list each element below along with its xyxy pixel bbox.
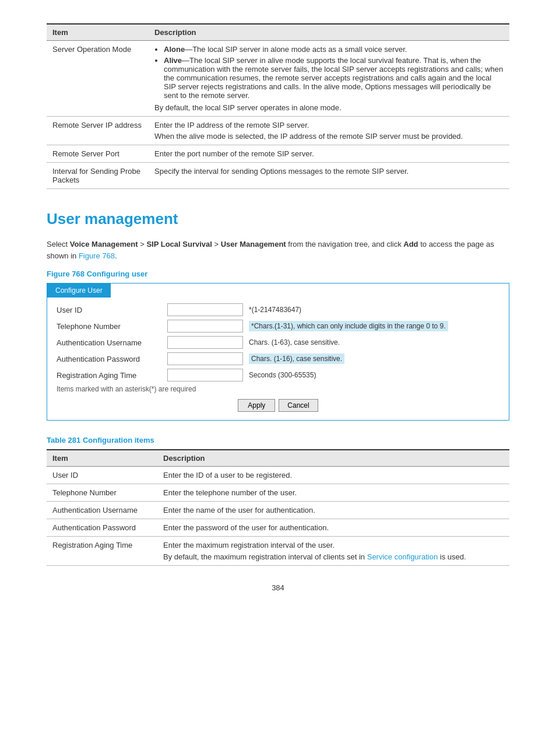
intro-paragraph: Select Voice Management > SIP Local Surv… [47, 239, 509, 261]
table281-col2-header: Description [157, 450, 509, 467]
table-row: Registration Aging Time Enter the maximu… [47, 537, 509, 566]
table-281-label: Table 281 Configuration items [47, 436, 509, 444]
telephone-number-row: Telephone Number *Chars.(1-31), which ca… [57, 320, 499, 332]
auth-username-hint: Chars. (1-63), case sensitive. [249, 338, 340, 346]
top-table-col1-header: Item [47, 24, 149, 41]
figure-label: Figure 768 Configuring user [47, 270, 509, 278]
configure-user-box: Configure User User ID *(1-2147483647) T… [47, 283, 509, 421]
page-number: 384 [47, 583, 509, 592]
table281-desc-3: Enter the name of the user for authentic… [157, 502, 509, 519]
table-row: Remote Server IP address Enter the IP ad… [47, 117, 509, 145]
auth-password-input[interactable] [167, 352, 243, 365]
figure-768-link[interactable]: Figure 768 [79, 251, 115, 260]
auth-password-row: Authentication Password Chars. (1-16), c… [57, 352, 499, 365]
section-heading: User management [47, 210, 509, 228]
top-table-desc-1: Alone—The local SIP server in alone mode… [149, 41, 509, 117]
table281-desc-4: Enter the password of the user for authe… [157, 519, 509, 537]
user-id-label: User ID [57, 306, 167, 314]
top-table-item-2: Remote Server IP address [47, 117, 149, 145]
auth-username-input[interactable] [167, 336, 243, 349]
table-row: Interval for Sending Probe Packets Speci… [47, 163, 509, 189]
table281-item-4: Authentication Password [47, 519, 157, 537]
top-table-col2-header: Description [149, 24, 509, 41]
table-row: Authentication Password Enter the passwo… [47, 519, 509, 537]
top-table-desc-3: Enter the port number of the remote SIP … [149, 145, 509, 163]
auth-username-row: Authentication Username Chars. (1-63), c… [57, 336, 499, 349]
table-row: Server Operation Mode Alone—The local SI… [47, 41, 509, 117]
table-row: Remote Server Port Enter the port number… [47, 145, 509, 163]
user-id-hint: *(1-2147483647) [249, 306, 301, 314]
table281-item-5: Registration Aging Time [47, 537, 157, 566]
table-row: Authentication Username Enter the name o… [47, 502, 509, 519]
table281-desc-2: Enter the telephone number of the user. [157, 484, 509, 502]
required-note: Items marked with an asterisk(*) are req… [57, 385, 499, 393]
reg-aging-label: Registration Aging Time [57, 371, 167, 380]
table-281: Item Description User ID Enter the ID of… [47, 449, 509, 566]
table-row: Telephone Number Enter the telephone num… [47, 484, 509, 502]
top-table-item-1: Server Operation Mode [47, 41, 149, 117]
table281-col1-header: Item [47, 450, 157, 467]
top-table-item-3: Remote Server Port [47, 145, 149, 163]
reg-aging-input[interactable] [167, 369, 243, 382]
table281-desc-5: Enter the maximum registration interval … [157, 537, 509, 566]
telephone-number-label: Telephone Number [57, 322, 167, 331]
apply-button[interactable]: Apply [238, 399, 275, 412]
auth-username-label: Authentication Username [57, 338, 167, 347]
table281-item-2: Telephone Number [47, 484, 157, 502]
top-table: Item Description Server Operation Mode A… [47, 23, 509, 189]
service-configuration-link[interactable]: Service configuration [367, 552, 438, 561]
top-table-item-4: Interval for Sending Probe Packets [47, 163, 149, 189]
table281-desc-1: Enter the ID of a user to be registered. [157, 467, 509, 484]
table281-item-1: User ID [47, 467, 157, 484]
reg-aging-row: Registration Aging Time Seconds (300-655… [57, 369, 499, 382]
telephone-number-input[interactable] [167, 320, 243, 332]
table-row: User ID Enter the ID of a user to be reg… [47, 467, 509, 484]
user-id-input[interactable] [167, 303, 243, 316]
cancel-button[interactable]: Cancel [279, 399, 318, 412]
configure-user-tab[interactable]: Configure User [47, 284, 111, 298]
user-id-row: User ID *(1-2147483647) [57, 303, 499, 316]
reg-aging-hint: Seconds (300-65535) [249, 371, 316, 379]
top-table-desc-2: Enter the IP address of the remote SIP s… [149, 117, 509, 145]
telephone-number-hint: *Chars.(1-31), which can only include di… [249, 321, 448, 331]
auth-password-hint: Chars. (1-16), case sensitive. [249, 354, 344, 364]
top-table-desc-4: Specify the interval for sending Options… [149, 163, 509, 189]
form-buttons: Apply Cancel [57, 399, 499, 412]
auth-password-label: Authentication Password [57, 355, 167, 363]
table281-item-3: Authentication Username [47, 502, 157, 519]
